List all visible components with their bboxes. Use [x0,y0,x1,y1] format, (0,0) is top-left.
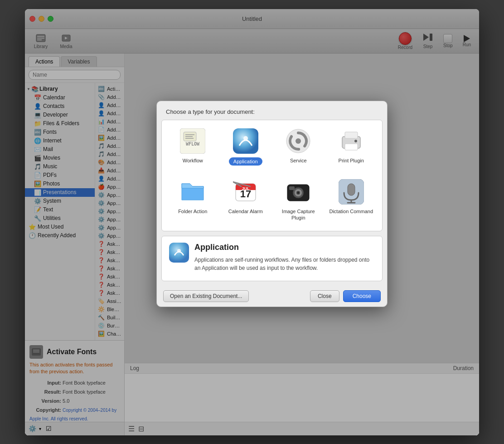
modal-item-label-print_plugin: Print Plugin [339,157,364,164]
svg-rect-23 [345,144,358,150]
modal-item-label-calendar_alarm: Calendar Alarm [228,208,263,215]
modal-selected-title: Application [194,243,375,252]
print_plugin-icon [338,127,365,155]
modal-item-label-dictation: Dictation Command [329,208,373,215]
modal-item-calendar_alarm[interactable]: 17 JUL Calendar Alarm [219,171,272,227]
svg-point-24 [354,140,357,142]
modal-item-label-image_capture: Image Capture Plugin [276,208,321,221]
modal-desc-icon [169,243,189,263]
modal-item-workflow[interactable]: WFLOW Workflow [166,120,219,171]
svg-rect-17 [233,128,258,154]
modal-header: Choose a type for your document: [157,101,387,120]
main-window: Untitled Library Media [25,9,479,435]
modal-description: Application Applications are self-runnin… [161,236,383,281]
svg-text:WFLOW: WFLOW [186,141,200,146]
service-icon [285,127,312,155]
modal-item-label-service: Service [290,157,307,164]
calendar_alarm-icon: 17 JUL [232,178,259,205]
modal-item-image_capture[interactable]: Image Capture Plugin [272,171,325,227]
modal-grid: WFLOW Workflow Application Servic [161,120,383,232]
document-type-modal: Choose a type for your document: WFLOW W… [156,101,388,307]
workflow-icon: WFLOW [179,127,206,155]
modal-item-service[interactable]: Service [272,120,325,171]
svg-rect-22 [345,132,358,138]
svg-text:JUL: JUL [242,186,250,191]
modal-item-label-workflow: Workflow [183,157,203,164]
svg-point-43 [177,249,181,253]
modal-item-folder_action[interactable]: Folder Action [166,171,219,227]
choose-button[interactable]: Choose [343,290,381,302]
svg-point-20 [296,138,301,144]
image_capture-icon [285,178,312,205]
open-existing-button[interactable]: Open an Existing Document... [163,290,249,302]
svg-point-18 [243,136,248,141]
application-icon [232,127,259,155]
modal-overlay: Choose a type for your document: WFLOW W… [25,9,479,435]
close-button[interactable]: Close [310,290,339,302]
modal-desc-content: Application Applications are self-runnin… [194,243,375,272]
modal-selected-desc: Applications are self-running workflows.… [194,256,375,272]
svg-rect-39 [348,184,355,195]
modal-footer: Open an Existing Document... Close Choos… [157,286,387,307]
modal-item-print_plugin[interactable]: Print Plugin [325,120,378,171]
modal-item-label-application: Application [229,157,262,166]
dictation-icon [338,178,365,205]
folder_action-icon [179,178,206,205]
modal-item-application[interactable]: Application [219,120,272,171]
svg-rect-37 [289,186,295,190]
svg-point-36 [297,192,299,194]
modal-item-dictation[interactable]: Dictation Command [325,171,378,227]
modal-item-label-folder_action: Folder Action [178,208,207,215]
